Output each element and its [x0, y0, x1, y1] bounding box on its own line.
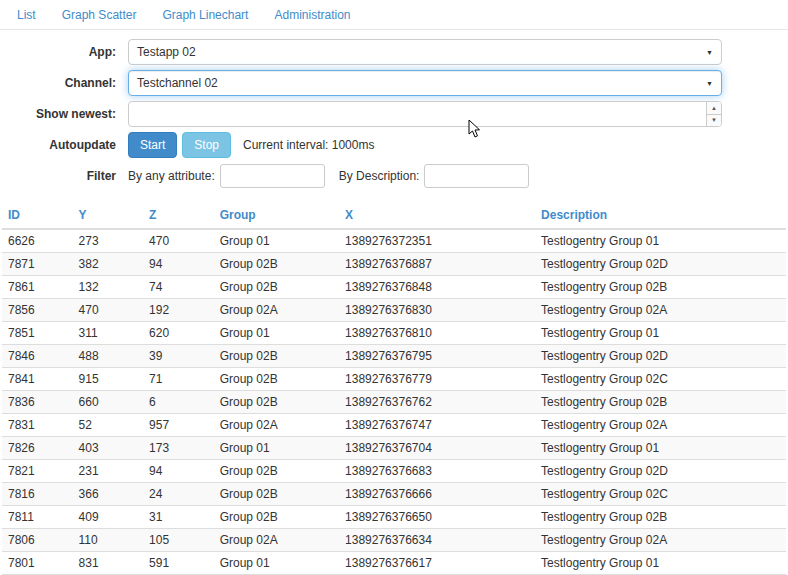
cell-y: 366: [73, 483, 144, 506]
table-row[interactable]: 78366606Group 02B1389276376762Testlogent…: [2, 391, 786, 414]
cell-id: 7801: [2, 552, 73, 575]
cell-description: Testlogentry Group 02A: [535, 299, 786, 322]
cell-x: 1389276376704: [339, 437, 535, 460]
cell-description: Testlogentry Group 02B: [535, 506, 786, 529]
cell-description: Testlogentry Group 02D: [535, 460, 786, 483]
column-header-id[interactable]: ID: [2, 202, 73, 229]
cell-description: Testlogentry Group 01: [535, 552, 786, 575]
log-filter-form: App: Testapp 02 ▼ Channel: Testchannel 0…: [0, 30, 788, 196]
show-newest-label: Show newest:: [0, 107, 128, 121]
cell-y: 470: [73, 299, 144, 322]
cell-z: 6: [143, 391, 214, 414]
cell-y: 488: [73, 345, 144, 368]
cell-x: 1389276376810: [339, 322, 535, 345]
cell-z: 620: [143, 322, 214, 345]
caret-down-icon: ▼: [706, 49, 713, 56]
cell-y: 52: [73, 414, 144, 437]
app-row: App: Testapp 02 ▼: [0, 39, 788, 65]
table-row[interactable]: 784191571Group 02B1389276376779Testlogen…: [2, 368, 786, 391]
start-button[interactable]: Start: [128, 132, 177, 158]
cell-x: 1389276376795: [339, 345, 535, 368]
autoupdate-row: Autoupdate Start Stop Current interval: …: [0, 132, 788, 158]
cell-z: 173: [143, 437, 214, 460]
table-row[interactable]: 7856470192Group 02A1389276376830Testloge…: [2, 299, 786, 322]
cell-description: Testlogentry Group 02C: [535, 368, 786, 391]
cell-id: 7851: [2, 322, 73, 345]
table-row[interactable]: 783152957Group 02A1389276376747Testlogen…: [2, 414, 786, 437]
cell-id: 7811: [2, 506, 73, 529]
autoupdate-label: Autoupdate: [0, 138, 128, 152]
column-header-z[interactable]: Z: [143, 202, 214, 229]
column-header-group[interactable]: Group: [214, 202, 339, 229]
column-header-description[interactable]: Description: [535, 202, 786, 229]
cell-z: 71: [143, 368, 214, 391]
stepper-down-icon[interactable]: ▼: [707, 115, 721, 127]
cell-description: Testlogentry Group 02B: [535, 276, 786, 299]
app-select-value: Testapp 02: [137, 45, 196, 59]
cell-z: 94: [143, 253, 214, 276]
cell-group: Group 02B: [214, 483, 339, 506]
app-select[interactable]: Testapp 02 ▼: [128, 39, 722, 65]
table-row[interactable]: 7851311620Group 011389276376810Testlogen…: [2, 322, 786, 345]
cell-group: Group 02B: [214, 345, 339, 368]
show-newest-input[interactable]: [128, 101, 722, 127]
cell-group: Group 02B: [214, 391, 339, 414]
cell-group: Group 01: [214, 229, 339, 253]
cell-x: 1389276376666: [339, 483, 535, 506]
cell-y: 311: [73, 322, 144, 345]
current-interval-text: Current interval: 1000ms: [243, 138, 374, 152]
table-row[interactable]: 781636624Group 02B1389276376666Testlogen…: [2, 483, 786, 506]
by-description-input[interactable]: [424, 164, 529, 188]
table-row[interactable]: 784648839Group 02B1389276376795Testlogen…: [2, 345, 786, 368]
cell-y: 403: [73, 437, 144, 460]
nav-item-graph-scatter[interactable]: Graph Scatter: [49, 8, 150, 22]
stop-button[interactable]: Stop: [182, 132, 231, 158]
cell-group: Group 02A: [214, 529, 339, 552]
table-row[interactable]: 781140931Group 02B1389276376650Testlogen…: [2, 506, 786, 529]
cell-id: 7836: [2, 391, 73, 414]
table-row[interactable]: 786113274Group 02B1389276376848Testlogen…: [2, 276, 786, 299]
cell-y: 110: [73, 529, 144, 552]
cell-x: 1389276376634: [339, 529, 535, 552]
number-stepper[interactable]: ▲ ▼: [706, 102, 721, 126]
by-attribute-input[interactable]: [220, 164, 325, 188]
cell-z: 105: [143, 529, 214, 552]
table-row[interactable]: 782123194Group 02B1389276376683Testlogen…: [2, 460, 786, 483]
cell-description: Testlogentry Group 02B: [535, 391, 786, 414]
cell-y: 132: [73, 276, 144, 299]
cell-description: Testlogentry Group 01: [535, 437, 786, 460]
log-table: ID Y Z Group X Description 6626273470Gro…: [2, 202, 786, 575]
column-header-x[interactable]: X: [339, 202, 535, 229]
channel-row: Channel: Testchannel 02 ▼: [0, 70, 788, 96]
cell-z: 39: [143, 345, 214, 368]
cell-x: 1389276376887: [339, 253, 535, 276]
cell-id: 7821: [2, 460, 73, 483]
table-row[interactable]: 7826403173Group 011389276376704Testlogen…: [2, 437, 786, 460]
cell-group: Group 02B: [214, 460, 339, 483]
cell-z: 957: [143, 414, 214, 437]
table-row[interactable]: 7801831591Group 011389276376617Testlogen…: [2, 552, 786, 575]
cell-x: 1389276376779: [339, 368, 535, 391]
nav-item-graph-linechart[interactable]: Graph Linechart: [149, 8, 261, 22]
cell-id: 7871: [2, 253, 73, 276]
table-row[interactable]: 787138294Group 02B1389276376887Testlogen…: [2, 253, 786, 276]
table-row[interactable]: 6626273470Group 011389276372351Testlogen…: [2, 229, 786, 253]
cell-id: 7816: [2, 483, 73, 506]
channel-select[interactable]: Testchannel 02 ▼: [128, 70, 722, 96]
nav-item-list[interactable]: List: [4, 8, 49, 22]
cell-x: 1389276376848: [339, 276, 535, 299]
cell-z: 470: [143, 229, 214, 253]
stepper-up-icon[interactable]: ▲: [707, 102, 721, 115]
cell-z: 192: [143, 299, 214, 322]
cell-x: 1389276372351: [339, 229, 535, 253]
show-newest-row: Show newest: ▲ ▼: [0, 101, 788, 127]
column-header-y[interactable]: Y: [73, 202, 144, 229]
table-row[interactable]: 7806110105Group 02A1389276376634Testloge…: [2, 529, 786, 552]
nav-item-administration[interactable]: Administration: [261, 8, 363, 22]
cell-id: 7806: [2, 529, 73, 552]
table-header-row: ID Y Z Group X Description: [2, 202, 786, 229]
channel-select-value: Testchannel 02: [137, 76, 218, 90]
cell-x: 1389276376747: [339, 414, 535, 437]
cell-id: 7861: [2, 276, 73, 299]
cell-x: 1389276376650: [339, 506, 535, 529]
